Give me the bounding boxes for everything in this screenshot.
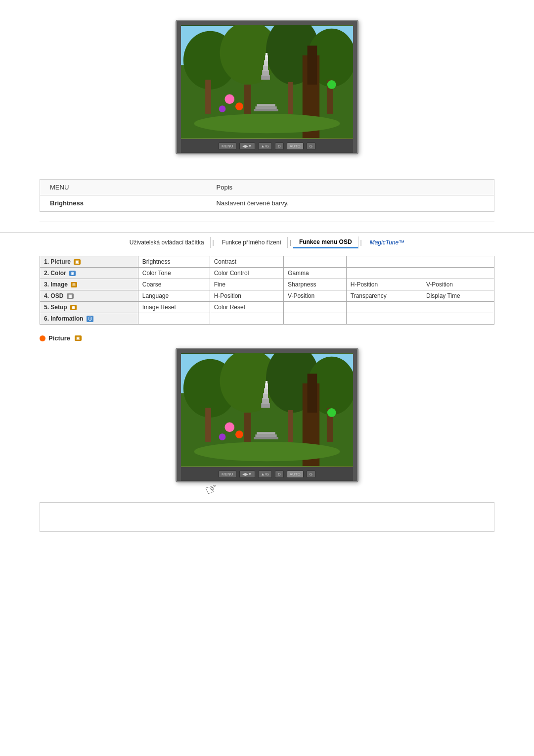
top-monitor-frame: MENU ◀▶▼ ▲/G D AUTO G <box>176 20 358 154</box>
osd-info-empty5 <box>422 313 494 325</box>
svg-point-45 <box>235 431 243 439</box>
bottom-d-button[interactable]: D <box>275 471 284 478</box>
osd-table: 1. Picture ▣ Brightness Contrast 2. Colo… <box>40 256 494 325</box>
svg-point-20 <box>219 105 226 112</box>
osd-v-position: V-Position <box>422 279 494 290</box>
image-icon-badge: ⊞ <box>71 282 77 287</box>
osd-empty8 <box>422 302 494 313</box>
svg-rect-43 <box>266 381 267 385</box>
osd-empty5 <box>422 268 494 279</box>
osd-empty7 <box>346 302 422 313</box>
bottom-content-box <box>40 502 494 532</box>
osd-empty1 <box>284 256 347 268</box>
osd-info-empty4 <box>346 313 422 325</box>
d-button[interactable]: D <box>275 142 284 150</box>
osd-menu-color: 2. Color ◉ <box>40 268 138 279</box>
menu-popis-section: MENU Popis Brightness Nastavení červené … <box>40 179 494 212</box>
bottom-monitor-container: MENU ◀▶▼ ▲/G D AUTO G ☞ <box>176 348 358 482</box>
osd-table-section: 1. Picture ▣ Brightness Contrast 2. Colo… <box>40 256 494 325</box>
auto-button[interactable]: AUTO <box>287 142 304 150</box>
osd-display-time: Display Time <box>422 290 494 302</box>
osd-empty6 <box>284 302 347 313</box>
menu-button[interactable]: MENU <box>219 142 236 150</box>
menu-description-brightness: Nastavení červené barvy. <box>207 195 494 211</box>
bottom-menu-button[interactable]: MENU <box>219 471 236 478</box>
svg-point-48 <box>194 442 340 461</box>
osd-color-control: Color Control <box>210 268 283 279</box>
osd-language: Language <box>138 290 210 302</box>
section-divider <box>40 222 494 222</box>
svg-rect-17 <box>266 53 267 57</box>
osd-color-tone: Color Tone <box>138 268 210 279</box>
osd-coarse: Coarse <box>138 279 210 290</box>
table-row: 3. Image ⊞ Coarse Fine Sharpness H-Posit… <box>40 279 494 290</box>
osd-h-position: H-Position <box>346 279 422 290</box>
osd-menu-setup: 5. Setup ⊞ <box>40 302 138 313</box>
tab-magictune[interactable]: MagicTune™ <box>364 237 410 248</box>
bottom-garden-scene-svg <box>181 353 353 467</box>
picture-label-badge: ▣ <box>75 335 82 341</box>
table-row: Brightness Nastavení červené barvy. <box>40 195 494 211</box>
svg-rect-32 <box>205 408 211 442</box>
top-monitor-screen <box>181 25 353 139</box>
svg-rect-50 <box>255 434 276 437</box>
svg-point-19 <box>235 102 243 110</box>
osd-color-reset: Color Reset <box>210 302 283 313</box>
osd-menu-osd: 4. OSD ▦ <box>40 290 138 302</box>
osd-icon-badge: ▦ <box>67 293 74 299</box>
osd-empty2 <box>346 256 422 268</box>
menu-item-brightness: Brightness <box>40 195 207 211</box>
osd-empty4 <box>346 268 422 279</box>
g-button[interactable]: G <box>307 142 315 150</box>
menu-popis-table: MENU Popis Brightness Nastavení červené … <box>40 180 494 211</box>
osd-menu-picture: 1. Picture ▣ <box>40 256 138 268</box>
table-row: 5. Setup ⊞ Image Reset Color Reset <box>40 302 494 313</box>
bottom-monitor-bezel: MENU ◀▶▼ ▲/G D AUTO G <box>181 467 353 481</box>
svg-point-46 <box>219 434 226 441</box>
svg-rect-11 <box>308 46 317 85</box>
sep1: | <box>213 239 214 246</box>
bottom-g-button[interactable]: G <box>307 471 315 478</box>
svg-point-18 <box>224 94 234 104</box>
osd-image-reset: Image Reset <box>138 302 210 313</box>
osd-menu-image: 3. Image ⊞ <box>40 279 138 290</box>
svg-point-22 <box>194 114 340 133</box>
osd-sharpness: Sharpness <box>284 279 347 290</box>
bottom-nav-button[interactable]: ◀▶▼ <box>239 471 255 478</box>
bottom-monitor-wrapper: MENU ◀▶▼ ▲/G D AUTO G ☞ <box>40 348 494 492</box>
table-row: 2. Color ◉ Color Tone Color Control Gamm… <box>40 268 494 279</box>
svg-rect-34 <box>288 410 293 442</box>
picture-icon-badge: ▣ <box>74 259 81 265</box>
setup-icon-badge: ⊞ <box>70 305 77 310</box>
garden-scene-svg <box>181 25 353 139</box>
svg-rect-7 <box>244 85 251 114</box>
picture-section: Picture ▣ <box>40 334 494 492</box>
svg-rect-33 <box>244 413 251 442</box>
osd-h-position2: H-Position <box>210 290 283 302</box>
osd-menu-information: 6. Information ⓘ <box>40 313 138 325</box>
info-icon-badge: ⓘ <box>87 316 93 322</box>
ag-button[interactable]: ▲/G <box>258 142 272 150</box>
bottom-auto-button[interactable]: AUTO <box>287 471 304 478</box>
bottom-ag-button[interactable]: ▲/G <box>258 471 272 478</box>
table-row: 6. Information ⓘ <box>40 313 494 325</box>
svg-point-44 <box>224 423 234 432</box>
svg-rect-8 <box>288 82 293 114</box>
bottom-monitor-frame: MENU ◀▶▼ ▲/G D AUTO G <box>176 348 358 482</box>
svg-rect-23 <box>254 109 278 111</box>
osd-info-empty1 <box>138 313 210 325</box>
tab-direct-control[interactable]: Funkce přímého řízení <box>216 237 288 248</box>
table-row: 4. OSD ▦ Language H-Position V-Position … <box>40 290 494 302</box>
osd-brightness: Brightness <box>138 256 210 268</box>
tab-osd-menu[interactable]: Funkce menu OSD <box>293 236 358 248</box>
svg-rect-37 <box>308 374 317 413</box>
svg-rect-51 <box>257 432 275 435</box>
circle-icon <box>40 335 45 341</box>
color-icon-badge: ◉ <box>69 271 76 276</box>
nav-tabs-section: Uživatelská ovládací tlačítka | Funkce p… <box>0 232 534 248</box>
sep3: | <box>360 239 362 246</box>
svg-rect-25 <box>257 104 275 106</box>
tab-user-controls[interactable]: Uživatelská ovládací tlačítka <box>124 237 211 248</box>
nav-button[interactable]: ◀▶▼ <box>239 142 255 150</box>
svg-rect-6 <box>205 80 211 114</box>
